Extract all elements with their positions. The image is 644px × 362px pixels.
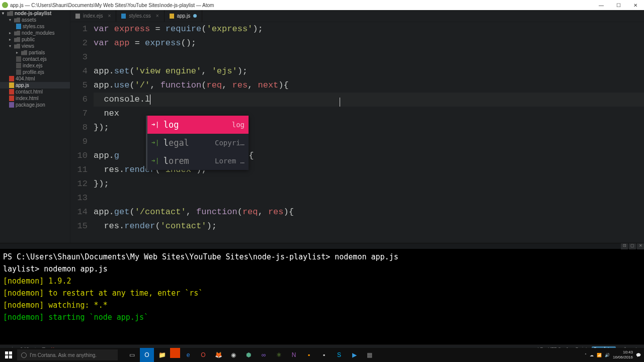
window-titlebar: app.js — C:\Users\Shaun\Documents\My Web… [0, 0, 644, 10]
tree-index.ejs[interactable]: index.ejs [0, 62, 70, 69]
cortana-icon [21, 352, 27, 358]
tab-app.js[interactable]: app.js [165, 10, 203, 22]
autocomplete-item-legal[interactable]: ➔|legalCopyri… [147, 134, 249, 152]
terminal-button-a[interactable]: ⊡ [621, 243, 628, 249]
folder-icon [7, 11, 13, 16]
terminal[interactable]: PS C:\Users\Shaun\Documents\My Web Sites… [0, 249, 644, 344]
autocomplete-item-lorem[interactable]: ➔|loremLorem … [147, 152, 249, 170]
secondary-cursor [340, 98, 340, 107]
tree-assets[interactable]: ▾assets [0, 17, 70, 23]
window-minimize[interactable]: — [595, 3, 608, 8]
code-area[interactable]: var express = require('express'); var ap… [94, 22, 644, 233]
tree-profile.ejs[interactable]: profile.ejs [0, 69, 70, 75]
tab-index.ejs[interactable]: index.ejs× [70, 10, 116, 22]
tray-sound-icon[interactable]: 🔊 [605, 353, 610, 357]
edge-icon[interactable]: e [181, 348, 195, 362]
taskview-icon[interactable]: ▭ [125, 348, 139, 362]
svg-rect-2 [5, 355, 8, 358]
cortana-search[interactable]: I'm Cortana. Ask me anything. [17, 349, 118, 360]
search-placeholder: I'm Cortana. Ask me anything. [30, 352, 97, 358]
tree-contact.html[interactable]: contact.html [0, 88, 70, 95]
play-icon[interactable]: ▶ [347, 348, 361, 362]
app-icon-8[interactable]: ⬢ [242, 348, 256, 362]
tree-404.html[interactable]: 404.html [0, 75, 70, 82]
tree-index.html[interactable]: index.html [0, 95, 70, 102]
svg-rect-3 [9, 355, 12, 358]
tree-contact.ejs[interactable]: contact.ejs [0, 56, 70, 62]
tray-icon-1[interactable]: ☁ [590, 353, 594, 357]
text-caret [150, 95, 150, 105]
svg-rect-0 [5, 351, 8, 354]
atom-app-icon[interactable]: ⚛ [272, 348, 286, 362]
taskbar-apps: ▭ O 📁 e O 🦊 ◉ ⬢ ∞ ⚛ N ▪ ▪ S ▶ ▦ [125, 348, 376, 362]
tray-icon-2[interactable]: 📶 [597, 353, 602, 357]
app-icon-1[interactable]: O [140, 348, 154, 362]
chrome-icon[interactable]: ◉ [226, 348, 240, 362]
terminal-button-b[interactable]: ▢ [629, 243, 636, 249]
terminal-header[interactable]: ⊡ ▢ ✕ [0, 243, 644, 249]
svg-rect-1 [9, 351, 12, 354]
tree-styles.css[interactable]: styles.css [0, 23, 70, 30]
editor-pane[interactable]: index.ejs×styles.css×app.js 123456789101… [70, 10, 644, 243]
line-gutter: 123456789101112131415 [70, 22, 94, 233]
autocomplete-popup[interactable]: ➔|loglog➔|legalCopyri…➔|loremLorem … [146, 116, 249, 170]
tab-styles.css[interactable]: styles.css× [116, 10, 164, 22]
windows-icon [5, 351, 12, 358]
tab-bar[interactable]: index.ejs×styles.css×app.js [70, 10, 644, 22]
app-icon-2[interactable]: 📁 [155, 348, 169, 362]
project-root[interactable]: ▾ node-js-playlist [0, 10, 70, 17]
app-icon-16[interactable]: ▦ [362, 348, 376, 362]
tree-partials[interactable]: ▸partials [0, 49, 70, 56]
terminal-close[interactable]: ✕ [637, 243, 644, 249]
clock[interactable]: 10:43 16/06/2016 [613, 350, 633, 360]
skype-icon[interactable]: S [332, 348, 346, 362]
autocomplete-item-log[interactable]: ➔|loglog [147, 116, 249, 134]
window-maximize[interactable]: ☐ [612, 3, 625, 8]
start-button[interactable] [0, 348, 17, 362]
project-name: node-js-playlist [15, 11, 51, 16]
windows-taskbar[interactable]: I'm Cortana. Ask me anything. ▭ O 📁 e O … [0, 348, 644, 362]
sublime-icon[interactable]: ▪ [302, 348, 316, 362]
tray-up-icon[interactable]: ˄ [585, 353, 587, 357]
tree-package.json[interactable]: package.json [0, 102, 70, 108]
vs-icon[interactable]: ∞ [257, 348, 271, 362]
window-title: app.js — C:\Users\Shaun\Documents\My Web… [10, 3, 214, 8]
tree-node_modules[interactable]: ▸node_modules [0, 30, 70, 36]
opera-icon[interactable]: O [196, 348, 210, 362]
tree-app.js[interactable]: app.js [0, 82, 70, 88]
notepad-icon[interactable]: N [287, 348, 301, 362]
app-icon-3[interactable] [170, 348, 180, 358]
tree-views[interactable]: ▾views [0, 43, 70, 49]
tree-public[interactable]: ▸public [0, 36, 70, 43]
window-close[interactable]: ✕ [629, 3, 642, 8]
atom-icon [2, 2, 8, 8]
cmd-icon[interactable]: ▪ [317, 348, 331, 362]
notifications-icon[interactable]: 💬 [636, 353, 641, 357]
firefox-icon[interactable]: 🦊 [211, 348, 225, 362]
system-tray[interactable]: ˄ ☁ 📶 🔊 10:43 16/06/2016 💬 [585, 350, 644, 360]
file-tree[interactable]: ▾ node-js-playlist ▾assetsstyles.css▸nod… [0, 10, 70, 243]
